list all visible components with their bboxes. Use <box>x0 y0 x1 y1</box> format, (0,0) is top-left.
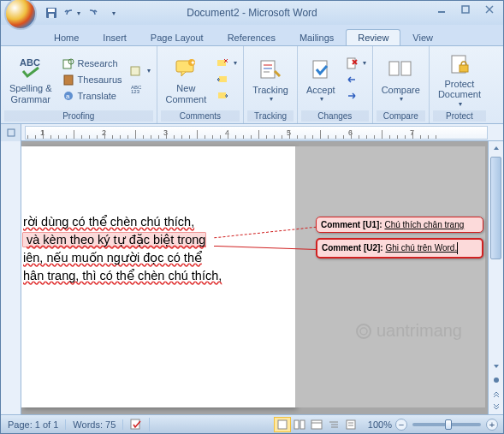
scrollbar-thumb[interactable] <box>490 157 501 259</box>
app-window: ▾ ▾ Document2 - Microsoft Word Home Inse… <box>0 0 504 434</box>
next-comment-button[interactable] <box>213 88 240 104</box>
prev-change-button[interactable] <box>342 72 369 87</box>
outline-view-button[interactable] <box>325 417 342 432</box>
scroll-up-button[interactable] <box>489 141 503 155</box>
comment-balloon[interactable]: Comment [U2]: Ghi chú trên Word. <box>316 238 483 259</box>
compare-button[interactable]: Compare ▾ <box>377 50 425 110</box>
qat-customize-button[interactable]: ▾ <box>104 3 122 22</box>
translate-button[interactable]: aTranslate <box>59 88 125 104</box>
compare-icon <box>387 56 414 83</box>
svg-text:✦: ✦ <box>190 59 196 67</box>
group-changes: Accept ▾ ▾ Changes <box>298 46 373 123</box>
spelling-label: Spelling & Grammar <box>9 83 52 104</box>
document-text[interactable]: rời dùng có thể chèn chú thích, và kèm t… <box>23 213 222 285</box>
tab-page-layout[interactable]: Page Layout <box>139 29 216 45</box>
prev-comment-button[interactable] <box>213 72 240 87</box>
tab-review[interactable]: Review <box>346 29 400 45</box>
research-icon <box>62 56 75 70</box>
print-layout-view-button[interactable] <box>274 417 291 432</box>
title-bar: ▾ ▾ Document2 - Microsoft Word <box>1 1 503 25</box>
svg-rect-49 <box>347 420 355 429</box>
ruler-toggle-button[interactable] <box>1 124 21 141</box>
thesaurus-button[interactable]: Thesaurus <box>59 72 125 87</box>
tab-mailings[interactable]: Mailings <box>288 29 346 45</box>
undo-button[interactable]: ▾ <box>62 3 81 22</box>
full-screen-reading-button[interactable] <box>291 417 308 432</box>
spelling-grammar-button[interactable]: ABC Spelling & Grammar <box>4 50 57 110</box>
svg-rect-33 <box>401 62 411 75</box>
proofing-status[interactable] <box>123 418 150 431</box>
chevron-down-icon: ▾ <box>112 9 116 17</box>
zoom-level[interactable]: 100% <box>365 419 395 430</box>
comment-pane: Comment [U1]: Chú thích chân trang Comme… <box>295 146 485 407</box>
group-tracking: Tracking ▾ Tracking <box>244 46 298 123</box>
accept-button[interactable]: Accept ▾ <box>301 50 341 110</box>
research-button[interactable]: Research <box>59 56 125 71</box>
comment-balloon[interactable]: Comment [U1]: Chú thích chân trang <box>316 217 483 233</box>
svg-rect-43 <box>300 420 305 429</box>
prev-page-button[interactable] <box>489 387 503 401</box>
zoom-slider-thumb[interactable] <box>445 419 452 430</box>
reject-button[interactable]: ▾ <box>342 56 369 71</box>
chevron-down-icon: ▾ <box>77 9 80 17</box>
zoom-slider[interactable] <box>412 423 481 426</box>
tab-insert[interactable]: Insert <box>91 29 139 45</box>
tab-view[interactable]: View <box>400 29 445 45</box>
new-comment-button[interactable]: ✦ New Comment <box>161 50 212 110</box>
ribbon: ABC Spelling & Grammar Research Thesauru… <box>1 45 503 124</box>
vertical-ruler[interactable] <box>1 141 21 414</box>
scroll-down-button[interactable] <box>489 360 503 373</box>
prev-comment-icon <box>216 73 229 86</box>
svg-rect-42 <box>294 420 299 429</box>
group-label-changes: Changes <box>301 110 369 122</box>
svg-rect-24 <box>261 61 275 78</box>
tracking-button[interactable]: Tracking ▾ <box>247 50 294 110</box>
delete-comment-button[interactable]: ▾ <box>213 56 240 71</box>
page[interactable]: rời dùng có thể chèn chú thích, và kèm t… <box>21 146 295 407</box>
tab-references[interactable]: References <box>216 29 288 45</box>
reject-icon <box>345 56 359 70</box>
redo-button[interactable] <box>83 3 102 22</box>
close-button[interactable] <box>477 1 501 18</box>
zoom-in-button[interactable]: + <box>486 419 498 431</box>
text-cursor <box>457 242 458 254</box>
svg-rect-35 <box>460 65 468 72</box>
proofing-misc1-button[interactable]: ▾ <box>127 63 153 79</box>
svg-rect-13 <box>131 67 139 75</box>
window-controls <box>430 1 501 18</box>
svg-rect-32 <box>389 62 399 75</box>
proofing-misc2-button[interactable]: ABC123 <box>127 80 153 96</box>
draft-view-button[interactable] <box>342 417 359 432</box>
word-count-icon: ABC123 <box>129 81 143 95</box>
word-count-status[interactable]: Words: 75 <box>66 419 123 430</box>
chevron-down-icon: ▾ <box>459 100 462 108</box>
svg-rect-2 <box>49 14 54 18</box>
next-change-button[interactable] <box>342 88 369 104</box>
page-status[interactable]: Page: 1 of 1 <box>1 419 66 430</box>
accept-icon <box>307 56 335 83</box>
tracking-icon <box>257 56 284 83</box>
protect-document-button[interactable]: Protect Document ▾ <box>433 50 486 110</box>
browse-object-button[interactable] <box>489 373 503 387</box>
horizontal-ruler[interactable]: 1234567 <box>25 126 488 140</box>
vertical-scrollbar[interactable] <box>488 141 503 414</box>
next-change-icon <box>345 89 359 103</box>
svg-text:123: 123 <box>131 89 140 94</box>
web-layout-view-button[interactable] <box>308 417 325 432</box>
group-compare: Compare ▾ Compare <box>373 46 430 123</box>
document-viewport[interactable]: rời dùng có thể chèn chú thích, và kèm t… <box>21 141 503 414</box>
quick-access-toolbar: ▾ ▾ <box>42 3 122 22</box>
svg-rect-10 <box>64 75 73 85</box>
minimize-button[interactable] <box>430 1 454 18</box>
svg-text:ABC: ABC <box>20 57 40 68</box>
delete-comment-icon <box>216 56 229 70</box>
save-button[interactable] <box>42 3 61 22</box>
chevron-down-icon: ▾ <box>270 95 273 103</box>
zoom-out-button[interactable]: − <box>395 419 407 431</box>
maximize-button[interactable] <box>454 1 477 18</box>
svg-rect-19 <box>217 60 226 66</box>
tab-home[interactable]: Home <box>42 29 91 45</box>
new-comment-icon: ✦ <box>172 54 199 81</box>
svg-rect-44 <box>311 420 322 429</box>
next-page-button[interactable] <box>489 401 503 414</box>
